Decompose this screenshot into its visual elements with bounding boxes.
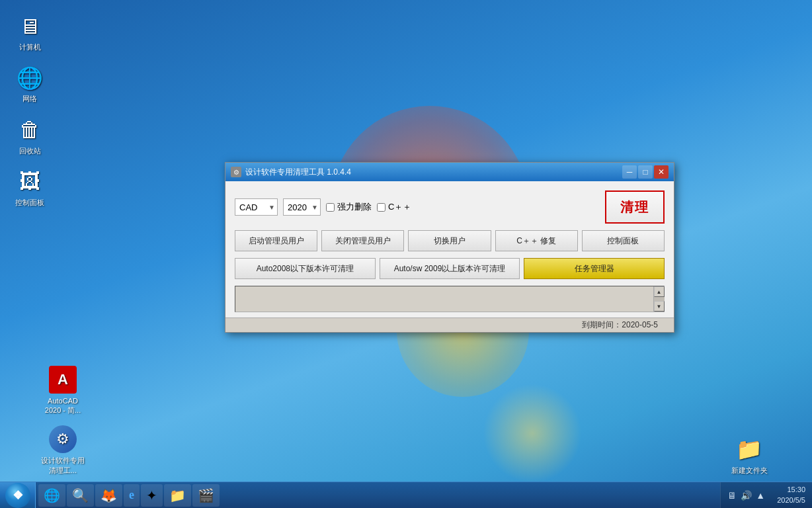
folder-taskbar-icon: 📁 (169, 487, 186, 503)
taskbar-firefox[interactable]: 🦊 (95, 484, 122, 507)
log-area: ▲ ▼ (235, 286, 665, 312)
force-delete-label[interactable]: 强力删除 (337, 201, 372, 213)
search-taskbar-icon: 🔍 (72, 487, 89, 503)
dialog-window: ⚙ 设计软件专用清理工具 1.0.4.4 ─ □ ✕ CAD SW PROE U… (225, 162, 674, 333)
taskbar-star[interactable]: ✦ (141, 484, 163, 507)
desktop-icon-network[interactable]: 🌐 网络 (7, 65, 53, 103)
status-bar: 到期时间：2020-05-5 (225, 318, 674, 332)
license-new-button[interactable]: Auto/sw 2009以上版本许可清理 (380, 258, 520, 279)
dialog-row3: Auto2008以下版本许可清理 Auto/sw 2009以上版本许可清理 任务… (235, 258, 665, 279)
tray-time: 15:30 (769, 485, 805, 495)
version-select-wrapper: 2020 2019 2018 2017 2016 2015 2014 2013 … (283, 198, 321, 216)
tray-arrow-icon[interactable]: ▲ (756, 490, 765, 501)
clean-button[interactable]: 清理 (605, 190, 665, 224)
desktop-icon-computer[interactable]: 🖥 计算机 (7, 13, 53, 52)
desktop: 🖥 计算机 🌐 网络 🗑 回收站 🖼 控制面板 A AutoCAD 2020 -… (0, 0, 812, 508)
log-content (238, 289, 651, 309)
recycle-icon: 🗑 (17, 117, 43, 144)
desktop-icon-control-panel[interactable]: 🖼 控制面板 (7, 169, 53, 207)
task-manager-button[interactable]: 任务管理器 (524, 258, 665, 279)
cpp-group: C＋＋ (377, 201, 411, 213)
scrollbar-up-button[interactable]: ▲ (654, 286, 665, 297)
desktop-icon-autocad[interactable]: A AutoCAD 2020 - 简... (40, 366, 86, 415)
dialog-controls: ─ □ ✕ (622, 165, 669, 179)
expiry-text: 到期时间：2020-05-5 (582, 320, 658, 329)
dialog-app-icon: ⚙ (231, 167, 241, 177)
taskbar-ie[interactable]: 🌐 (38, 484, 65, 507)
autocad-icon-label: AutoCAD 2020 - 简... (40, 396, 86, 415)
force-delete-checkbox[interactable] (326, 203, 335, 212)
tray-network-icon[interactable]: 🖥 (727, 490, 737, 501)
close-admin-button[interactable]: 关闭管理员用户 (321, 230, 404, 251)
taskbar-folder[interactable]: 📁 (164, 484, 191, 507)
computer-icon: 🖥 (17, 13, 43, 40)
start-orb-icon: ❖ (5, 483, 30, 508)
taskbar-media[interactable]: 🎬 (192, 484, 220, 507)
taskbar-apps: 🌐 🔍 🦊 e ✦ 📁 🎬 (36, 482, 222, 509)
control-panel-icon-label: 控制面板 (15, 198, 44, 207)
star-icon: ✦ (146, 487, 157, 503)
desktop-icon-area: 🖥 计算机 🌐 网络 🗑 回收站 🖼 控制面板 (0, 0, 60, 220)
cpp-checkbox[interactable] (377, 203, 386, 212)
log-scrollbar[interactable]: ▲ ▼ (653, 286, 664, 312)
cleaner-icon: ⚙ (49, 425, 77, 453)
software-select-wrapper: CAD SW PROE UG ▼ (235, 198, 278, 216)
network-icon: 🌐 (17, 65, 43, 91)
dialog-titlebar[interactable]: ⚙ 设计软件专用清理工具 1.0.4.4 ─ □ ✕ (225, 163, 674, 181)
taskbar-search[interactable]: 🔍 (67, 484, 94, 507)
desktop-decoration-3 (483, 384, 582, 483)
desktop-icon-recycle[interactable]: 🗑 回收站 (7, 117, 53, 155)
firefox-icon: 🦊 (101, 487, 117, 503)
ie2-icon: e (129, 488, 134, 502)
recycle-icon-label: 回收站 (19, 146, 41, 155)
tray-speaker-icon[interactable]: 🔊 (741, 490, 752, 501)
network-icon-label: 网络 (22, 94, 37, 103)
license-old-button[interactable]: Auto2008以下版本许可清理 (235, 258, 376, 279)
autocad-icon: A (49, 366, 77, 394)
software-dropdown[interactable]: CAD SW PROE UG (235, 198, 278, 216)
control-panel-button[interactable]: 控制面板 (582, 230, 665, 251)
version-dropdown[interactable]: 2020 2019 2018 2017 2016 2015 2014 2013 … (283, 198, 321, 216)
tray-date: 2020/5/5 (769, 495, 805, 505)
restore-button[interactable]: □ (638, 165, 653, 179)
start-button[interactable]: ❖ (0, 482, 36, 509)
start-admin-button[interactable]: 启动管理员用户 (235, 230, 317, 251)
minimize-button[interactable]: ─ (622, 165, 637, 179)
folder-icon: 📁 (735, 435, 763, 463)
scrollbar-down-button[interactable]: ▼ (654, 301, 665, 312)
computer-icon-label: 计算机 (19, 42, 41, 52)
switch-user-button[interactable]: 切换用户 (408, 230, 491, 251)
desktop-icon-cleaner[interactable]: ⚙ 设计软件专用清理工... (40, 425, 86, 475)
ie-icon: 🌐 (44, 487, 60, 503)
control-panel-icon: 🖼 (17, 169, 43, 195)
tray-clock[interactable]: 15:30 2020/5/5 (769, 485, 805, 505)
dialog-row1: CAD SW PROE UG ▼ 2020 2019 2018 2017 201… (235, 190, 665, 224)
taskbar: ❖ 🌐 🔍 🦊 e ✦ 📁 🎬 (0, 482, 812, 508)
dialog-row2: 启动管理员用户 关闭管理员用户 切换用户 C＋＋ 修复 控制面板 (235, 230, 665, 251)
cpp-fix-button[interactable]: C＋＋ 修复 (495, 230, 578, 251)
media-icon: 🎬 (198, 487, 214, 503)
dialog-body: CAD SW PROE UG ▼ 2020 2019 2018 2017 201… (225, 181, 674, 318)
desktop-icon-new-folder[interactable]: 📁 新建文件夹 (726, 435, 772, 475)
taskbar-ie2[interactable]: e (124, 484, 140, 507)
new-folder-icon-label: 新建文件夹 (731, 466, 768, 475)
taskbar-tray: 🖥 🔊 ▲ 15:30 2020/5/5 (720, 482, 812, 509)
cpp-label[interactable]: C＋＋ (388, 201, 411, 213)
close-button[interactable]: ✕ (654, 165, 669, 179)
cleaner-icon-label: 设计软件专用清理工... (40, 456, 86, 475)
force-delete-group: 强力删除 (326, 201, 372, 213)
dialog-title: 设计软件专用清理工具 1.0.4.4 (245, 167, 622, 178)
